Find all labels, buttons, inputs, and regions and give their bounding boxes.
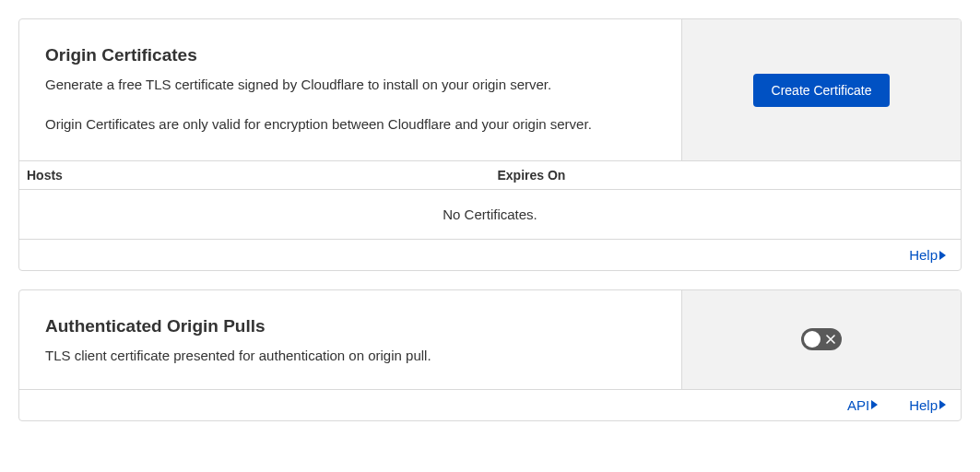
auth-origin-pulls-card: Authenticated Origin Pulls TLS client ce… xyxy=(18,289,962,421)
certs-table-empty: No Certificates. xyxy=(19,190,961,240)
x-icon xyxy=(825,334,836,345)
card-header: Origin Certificates Generate a free TLS … xyxy=(19,19,961,160)
card-header-content: Authenticated Origin Pulls TLS client ce… xyxy=(19,290,681,389)
card-action-panel xyxy=(681,290,961,389)
api-label: API xyxy=(847,397,869,413)
card-header-content: Origin Certificates Generate a free TLS … xyxy=(19,19,681,160)
caret-right-icon xyxy=(871,400,878,409)
origin-certificates-card: Origin Certificates Generate a free TLS … xyxy=(18,18,962,271)
origin-certs-desc1: Generate a free TLS certificate signed b… xyxy=(45,75,655,96)
origin-certs-title: Origin Certificates xyxy=(45,45,655,65)
col-hosts: Hosts xyxy=(19,161,490,189)
help-label: Help xyxy=(909,247,938,263)
help-link[interactable]: Help xyxy=(909,247,946,263)
card-header: Authenticated Origin Pulls TLS client ce… xyxy=(19,290,961,389)
card-footer: Help xyxy=(19,240,961,270)
caret-right-icon xyxy=(939,251,946,260)
auth-pulls-title: Authenticated Origin Pulls xyxy=(45,316,655,336)
certs-table-header: Hosts Expires On xyxy=(19,160,961,190)
help-label: Help xyxy=(909,397,938,413)
help-link[interactable]: Help xyxy=(909,397,946,413)
caret-right-icon xyxy=(939,400,946,409)
origin-certs-desc2: Origin Certificates are only valid for e… xyxy=(45,114,655,136)
auth-pulls-desc: TLS client certificate presented for aut… xyxy=(45,346,655,367)
toggle-knob xyxy=(804,331,821,348)
card-action-panel: Create Certificate xyxy=(681,19,961,160)
col-expires: Expires On xyxy=(490,161,962,189)
create-certificate-button[interactable]: Create Certificate xyxy=(753,74,891,107)
card-footer: API Help xyxy=(19,389,961,420)
api-link[interactable]: API xyxy=(847,397,878,413)
auth-pulls-toggle[interactable] xyxy=(801,328,842,350)
